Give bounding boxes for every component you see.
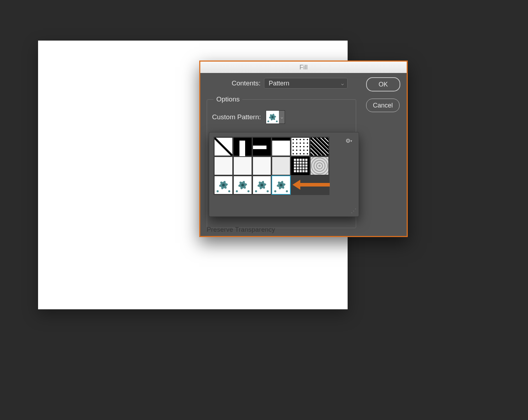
svg-point-10 [217,190,219,192]
custom-pattern-label: Custom Pattern: [212,113,261,121]
chevron-down-icon: ⌵ [281,115,283,120]
svg-point-27 [280,184,283,187]
pattern-thumb[interactable] [272,137,290,156]
resize-grip-icon[interactable]: ⋰ [351,208,357,214]
contents-select[interactable]: Pattern ⌵ [264,78,348,89]
svg-point-21 [260,184,263,187]
pattern-thumb[interactable] [214,176,233,194]
pattern-thumb[interactable] [253,157,271,175]
pattern-thumb[interactable] [214,157,233,175]
gear-icon[interactable]: ⚙︎▾ [345,137,352,144]
cancel-button[interactable]: Cancel [366,99,400,112]
pattern-picker-flyout: ⚙︎▾ ⋰ [209,132,359,217]
pattern-thumb[interactable] [272,157,290,175]
preserve-transparency-label: Preserve Transparency [207,226,275,233]
svg-point-15 [241,184,244,187]
contents-value: Pattern [269,80,289,87]
pattern-thumb[interactable] [253,137,271,156]
pattern-thumb[interactable] [310,137,329,156]
options-legend: Options [213,95,242,103]
ok-button-label: OK [379,81,388,88]
dialog-titlebar: Fill [200,62,407,73]
pattern-thumb[interactable] [253,176,271,194]
pattern-thumb[interactable] [214,137,233,156]
pattern-thumb[interactable] [233,176,252,194]
svg-point-29 [286,190,288,192]
pattern-thumb-selected[interactable] [272,176,290,194]
chevron-down-icon: ⌵ [341,81,344,86]
pattern-dropdown-button[interactable]: ⌵ [279,111,285,124]
pattern-thumb[interactable] [233,137,252,156]
svg-point-17 [247,190,249,192]
preserve-transparency-row[interactable]: Preserve Transparency [207,226,275,233]
pattern-thumb[interactable] [310,157,329,175]
pattern-thumb[interactable] [291,137,310,156]
svg-point-5 [276,121,278,122]
svg-point-28 [274,190,276,192]
pattern-thumb[interactable] [291,157,310,175]
svg-point-23 [266,190,269,192]
svg-point-9 [222,184,225,187]
pattern-grid [213,137,329,195]
custom-pattern-swatch[interactable]: ⌵ [266,110,285,124]
pattern-thumb[interactable] [233,157,252,175]
cancel-button-label: Cancel [373,102,393,109]
svg-point-3 [271,116,274,118]
fill-dialog: Fill Contents: Pattern ⌵ OK Cancel Optio… [199,61,408,237]
svg-point-11 [228,190,230,192]
svg-point-16 [236,190,238,192]
svg-point-4 [268,121,269,122]
contents-label: Contents: [232,79,260,87]
current-pattern-thumb [266,111,279,124]
ok-button[interactable]: OK [366,77,400,91]
dialog-title: Fill [300,64,308,71]
dialog-body: Contents: Pattern ⌵ OK Cancel Options Cu… [200,73,407,94]
svg-point-22 [255,190,257,192]
